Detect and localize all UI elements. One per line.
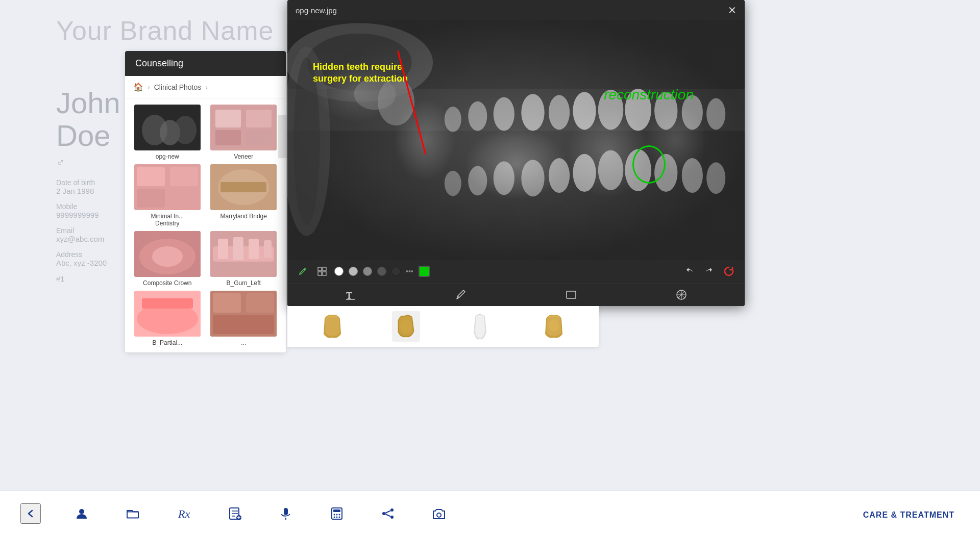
svg-rect-9	[246, 130, 272, 145]
list-item[interactable]: Composite Crown	[131, 231, 204, 287]
thumbnail-minimal	[134, 164, 201, 210]
svg-rect-71	[567, 291, 576, 298]
list-item[interactable]: B_Gum_Left	[208, 231, 280, 287]
tooth-gold-crown-3[interactable]	[540, 311, 568, 342]
svg-point-78	[549, 319, 559, 331]
svg-rect-29	[142, 298, 193, 309]
breadcrumb-path[interactable]: Clinical Photos	[154, 83, 202, 91]
color-green-active[interactable]	[419, 266, 430, 277]
pen-icon	[298, 266, 308, 276]
color-light-gray[interactable]	[349, 267, 358, 276]
svg-point-79	[79, 509, 84, 514]
svg-rect-33	[213, 315, 274, 334]
calculator-nav-icon[interactable]	[327, 503, 347, 524]
pencil-icon	[455, 289, 467, 301]
bottom-nav: Rx	[0, 490, 980, 536]
svg-rect-13	[137, 189, 165, 208]
svg-point-96	[336, 516, 338, 518]
list-item[interactable]: Marryland Bridge	[208, 164, 280, 227]
breadcrumb-home-icon[interactable]: 🏠	[133, 82, 143, 92]
rx-icon: Rx	[177, 506, 191, 521]
rect-icon	[565, 289, 577, 301]
color-darkest-gray[interactable]	[391, 267, 401, 276]
annotation-yellow-text: Hidden teeth requiresurgery for extracti…	[313, 61, 408, 85]
thumbnail-partial	[134, 291, 201, 337]
pen-tool-button[interactable]	[296, 264, 310, 278]
svg-rect-31	[213, 293, 241, 313]
svg-rect-26	[264, 240, 272, 258]
item-label: Marryland Bridge	[220, 213, 267, 220]
svg-line-102	[385, 514, 390, 517]
thumbnail-veneer	[210, 105, 277, 150]
aperture-button[interactable]	[665, 287, 698, 303]
list-item[interactable]: opg-new	[131, 105, 204, 160]
svg-point-99	[390, 516, 394, 519]
counselling-panel: Counselling 🏠 › Clinical Photos › opg-ne…	[125, 51, 286, 352]
breadcrumb-separator: ›	[148, 83, 150, 91]
folder-icon	[126, 506, 140, 521]
list-item[interactable]: Veneer	[208, 105, 280, 160]
tooth-white[interactable]	[466, 311, 494, 342]
color-gray[interactable]	[363, 267, 372, 276]
folder-nav-icon[interactable]	[122, 503, 143, 524]
svg-rect-25	[249, 239, 259, 259]
svg-rect-14	[170, 189, 198, 208]
text-tool-button[interactable]: T	[334, 287, 367, 303]
brand-name: Your Brand Name	[56, 15, 274, 46]
tooth-white-svg	[471, 311, 489, 342]
annotation-green-circle	[632, 145, 666, 184]
item-label: opg-new	[156, 153, 179, 160]
list-item[interactable]: Minimal In...Dentistry	[131, 164, 204, 227]
care-treatment-label[interactable]: CARE & TREATMENT	[863, 511, 954, 520]
tooth-icon-2-svg	[394, 311, 418, 342]
viewer-title: opg-new.jpg	[296, 6, 337, 15]
aperture-icon	[675, 289, 688, 301]
svg-point-77	[400, 319, 412, 334]
item-label: Composite Crown	[143, 279, 191, 287]
ellipsis-separator: •••	[406, 267, 413, 275]
thumbnail-marryland	[210, 164, 277, 210]
note-nav-icon[interactable]	[225, 503, 245, 524]
thumbnail-opg	[134, 105, 201, 150]
svg-rect-7	[246, 110, 272, 127]
undo-button[interactable]	[682, 264, 697, 279]
rect-tool-button[interactable]	[555, 287, 587, 303]
toolbar-right	[682, 264, 737, 279]
close-button[interactable]: ✕	[728, 5, 737, 15]
share-nav-icon[interactable]	[378, 503, 398, 524]
thumbnail-composite	[134, 231, 201, 277]
viewer-toolbar: •••	[287, 260, 745, 283]
back-arrow-icon	[24, 507, 37, 520]
third-col-indicator	[278, 115, 288, 158]
redo-button[interactable]	[702, 264, 716, 279]
list-item[interactable]: ...	[208, 291, 280, 346]
grid-tool-button[interactable]	[315, 264, 329, 278]
tooth-gold-crown-1[interactable]	[318, 311, 347, 342]
counselling-breadcrumb[interactable]: 🏠 › Clinical Photos ›	[125, 76, 286, 98]
viewer-toolbar2: T	[287, 283, 745, 306]
xray-background	[287, 20, 745, 260]
svg-rect-24	[233, 237, 243, 260]
rx-nav-icon[interactable]: Rx	[174, 503, 194, 524]
patient-nav-icon[interactable]	[71, 503, 92, 524]
tooth-gold-crown-2[interactable]	[392, 311, 420, 342]
color-dark-gray[interactable]	[377, 267, 386, 276]
svg-point-20	[152, 246, 183, 267]
thumbnail-bgum	[210, 231, 277, 277]
svg-point-95	[334, 516, 335, 518]
svg-rect-17	[220, 182, 266, 192]
reset-button[interactable]	[721, 264, 737, 279]
breadcrumb-end-arrow: ›	[205, 83, 208, 91]
thumbnail-another	[210, 291, 277, 337]
item-label: B_Partial...	[152, 339, 182, 346]
svg-rect-11	[137, 167, 165, 186]
back-button[interactable]	[20, 503, 41, 524]
list-item[interactable]: B_Partial...	[131, 291, 204, 346]
svg-point-98	[390, 508, 394, 512]
pencil-tool-button[interactable]	[445, 287, 477, 303]
mic-nav-icon[interactable]	[276, 503, 296, 524]
camera-nav-icon[interactable]	[429, 503, 449, 524]
counselling-grid: opg-new Veneer	[125, 98, 286, 352]
tooth-icon-3-svg	[541, 311, 567, 342]
color-white[interactable]	[334, 267, 344, 276]
